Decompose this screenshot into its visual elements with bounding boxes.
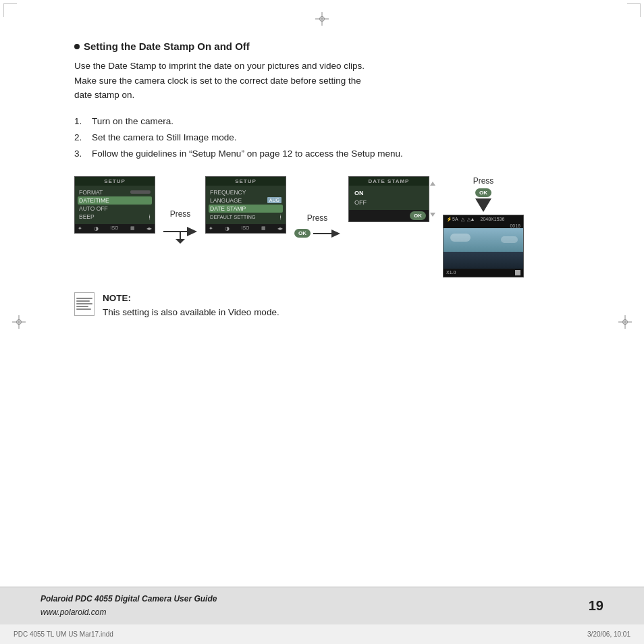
note-body: This setting is also available in Video … (103, 307, 279, 317)
diagram2-group: SETUP FREQUENCY LANGUAGEAUG DATE STAMP D… (205, 176, 286, 234)
note-line-4 (76, 306, 88, 307)
press-arrow-1: Press (163, 209, 197, 244)
desc-line2: Make sure the camera clock is set to the… (74, 76, 361, 86)
section-heading: Setting the Date Stamp On and Off (84, 41, 250, 52)
lcd-screen-2: SETUP FREQUENCY LANGUAGEAUG DATE STAMP D… (205, 176, 286, 234)
step-3-num: 3. (74, 146, 88, 162)
camera-preview: ⚡5A △ △▲ 2048X1536 0016 (443, 215, 524, 277)
ok-badge-1: OK (294, 229, 311, 238)
lcd-footer-1: ✦◑ISO▦◂▸ (75, 224, 155, 233)
lcd-row-lang: LANGUAGEAUG (210, 196, 281, 205)
section-title: Setting the Date Stamp On and Off (74, 41, 610, 52)
crosshair-right (618, 315, 632, 329)
step-2: 2. Set the camera to Still Image mode. (74, 130, 610, 146)
cam-zoom: X1.0 (446, 270, 456, 275)
lcd-body-1: FORMAT DATE/TIME AUTO OFF BEEP ⁞ (75, 186, 155, 224)
footer-text: Polaroid PDC 4055 Digital Camera User Gu… (41, 592, 217, 620)
svg-marker-3 (176, 239, 185, 244)
press-label-2: Press (307, 213, 328, 223)
lcd-footer-2: ✦◑ISO▦◂▸ (206, 224, 286, 233)
ds-row-on: ON (354, 188, 423, 198)
step-2-num: 2. (74, 130, 88, 146)
desc-line3: date stamp on. (74, 90, 134, 100)
note-line-5 (76, 308, 91, 310)
main-content: Setting the Date Stamp On and Off Use th… (74, 41, 610, 576)
lcd-screen-1: SETUP FORMAT DATE/TIME AUTO OFF BEEP ⁞ (74, 176, 155, 234)
footer-website: www.polaroid.com (41, 608, 106, 617)
cam-header: ⚡5A △ △▲ 2048X1536 (444, 215, 523, 223)
page-footer: Polaroid PDC 4055 Digital Camera User Gu… (0, 587, 644, 624)
ds-row-off: OFF (354, 198, 423, 207)
note-section: NOTE: This setting is also available in … (74, 291, 610, 320)
crosshair-left (12, 315, 26, 329)
ds-body: ON OFF (349, 186, 429, 210)
note-icon (74, 292, 95, 316)
note-text: NOTE: This setting is also available in … (103, 291, 279, 320)
footer-title: Polaroid PDC 4055 Digital Camera User Gu… (41, 594, 217, 603)
ds-container: DATE STAMP ON OFF OK (348, 176, 429, 222)
diagram3-area: DATE STAMP ON OFF OK (348, 176, 524, 277)
step-3: 3. Follow the guidelines in “Setup Menu”… (74, 146, 610, 162)
side-nav-arrows (429, 182, 436, 217)
diagram1-group: SETUP FORMAT DATE/TIME AUTO OFF BEEP ⁞ (74, 176, 155, 234)
step-1-num: 1. (74, 113, 88, 130)
note-line-1 (76, 298, 92, 299)
corner-mark-tr (627, 3, 641, 17)
page-number: 19 (589, 598, 603, 614)
lcd-row-default: DEFAULT SETTING ⁞ (210, 213, 281, 221)
step-2-text: Set the camera to Still Image mode. (92, 130, 237, 146)
press-ok-group-1: Press OK (294, 213, 340, 240)
lcd-row-beep: BEEP ⁞ (79, 213, 151, 221)
press-label-3: Press (473, 176, 494, 186)
svg-marker-5 (331, 230, 340, 238)
meta-right: 3/20/06, 10:01 (587, 630, 630, 638)
lcd-row-format: FORMAT (79, 188, 151, 196)
lcd-row-datestamp: DATE STAMP (209, 205, 283, 213)
lcd-row-autooff: AUTO OFF (79, 205, 151, 213)
lcd-row-freq: FREQUENCY (210, 188, 281, 196)
press-down-group: Press OK (473, 176, 494, 212)
step-1-text: Turn on the camera. (92, 113, 173, 130)
cam-image (444, 228, 523, 269)
description: Use the Date Stamp to imprint the date o… (74, 59, 610, 103)
arrow-down (475, 198, 491, 212)
step-1: 1. Turn on the camera. (74, 113, 610, 130)
cam-count: 0016 (510, 223, 520, 228)
desc-line1: Use the Date Stamp to imprint the date o… (74, 61, 365, 71)
step-3-text: Follow the guidelines in “Setup Menu” on… (92, 146, 403, 162)
nav-arrow-up (430, 182, 435, 186)
arrow-right-2 (313, 227, 340, 240)
cam-footer: X1.0 (444, 269, 523, 277)
rec-icon (515, 270, 520, 275)
ok-badge-2: OK (410, 211, 426, 220)
right-press-camera: Press OK ⚡5A △ △▲ 2048X1536 0016 (443, 176, 524, 277)
ds-ok-row: OK (349, 210, 429, 221)
bullet-dot (74, 44, 80, 49)
meta-left: PDC 4055 TL UM US Mar17.indd (14, 630, 113, 638)
lcd-body-2: FREQUENCY LANGUAGEAUG DATE STAMP DEFAULT… (206, 186, 286, 224)
date-stamp-screen: DATE STAMP ON OFF OK (348, 176, 429, 222)
steps-list: 1. Turn on the camera. 2. Set the camera… (74, 113, 610, 163)
lcd-header-1: SETUP (75, 177, 155, 186)
svg-marker-1 (187, 227, 197, 236)
diagram-row: SETUP FORMAT DATE/TIME AUTO OFF BEEP ⁞ (74, 176, 610, 277)
cam-resolution: 2048X1536 (481, 217, 505, 221)
press-label-1: Press (170, 209, 191, 219)
nav-arrow-down (430, 213, 435, 217)
note-line-2 (76, 300, 90, 302)
corner-mark-tl (3, 3, 17, 17)
crosshair-top (315, 12, 329, 26)
lcd-row-datetime: DATE/TIME (78, 196, 152, 205)
ok-badge-3: OK (475, 188, 491, 197)
meta-bar: PDC 4055 TL UM US Mar17.indd 3/20/06, 10… (0, 624, 644, 644)
lcd-header-2: SETUP (206, 177, 286, 186)
note-label: NOTE: (103, 293, 131, 303)
ds-header: DATE STAMP (349, 177, 429, 186)
arrow-right-1 (163, 220, 197, 244)
note-line-3 (76, 303, 92, 304)
